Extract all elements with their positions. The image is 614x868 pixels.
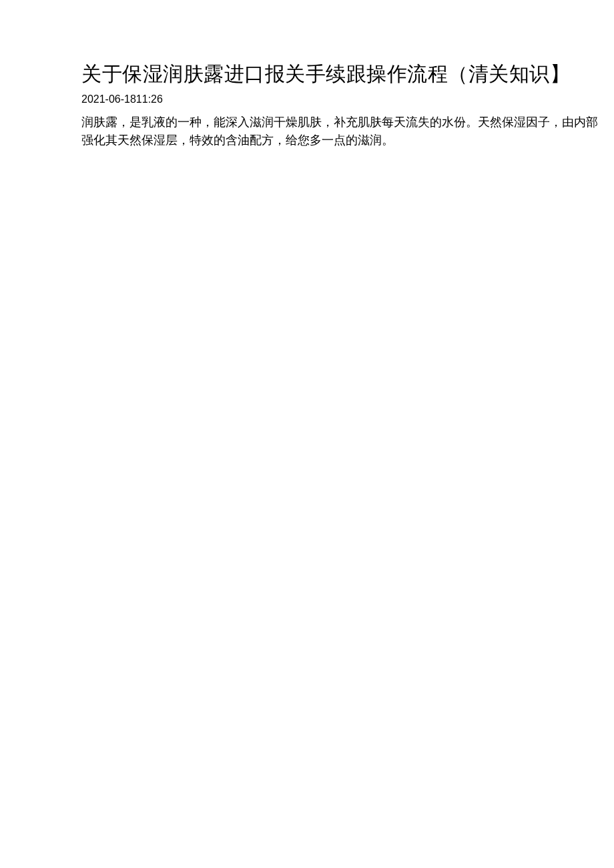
article-body: 润肤露，是乳液的一种，能深入滋润干燥肌肤，补充肌肤每天流失的水份。天然保湿因子，… — [81, 113, 602, 149]
article-container: 关于保湿润肤露进口报关手续跟操作流程（清关知识】 2021-06-1811:26… — [81, 60, 602, 149]
article-timestamp: 2021-06-1811:26 — [81, 93, 602, 105]
article-title: 关于保湿润肤露进口报关手续跟操作流程（清关知识】 — [81, 60, 602, 88]
